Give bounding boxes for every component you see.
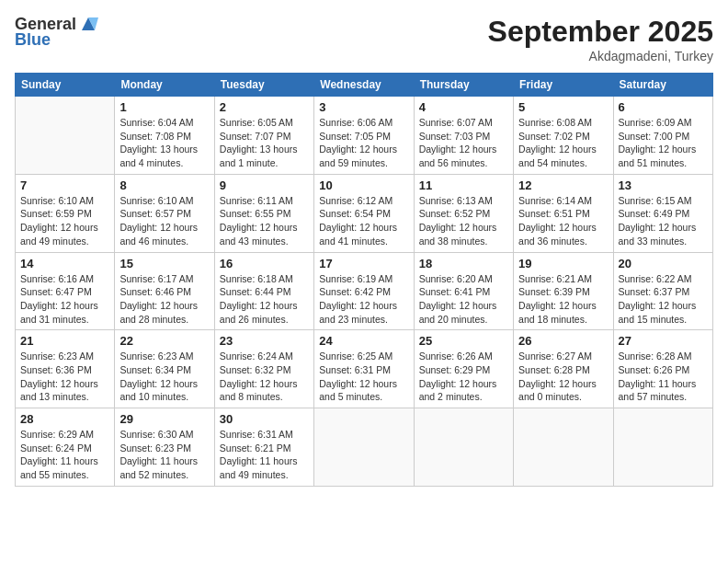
calendar-cell: 28Sunrise: 6:29 AMSunset: 6:24 PMDayligh… bbox=[16, 408, 115, 487]
calendar-cell bbox=[613, 408, 712, 487]
calendar-week-row: 14Sunrise: 6:16 AMSunset: 6:47 PMDayligh… bbox=[16, 252, 713, 330]
calendar-cell: 15Sunrise: 6:17 AMSunset: 6:46 PMDayligh… bbox=[115, 252, 214, 330]
calendar-week-row: 28Sunrise: 6:29 AMSunset: 6:24 PMDayligh… bbox=[16, 408, 713, 487]
day-info: Sunrise: 6:05 AMSunset: 7:07 PMDaylight:… bbox=[220, 116, 309, 170]
calendar-week-row: 1Sunrise: 6:04 AMSunset: 7:08 PMDaylight… bbox=[16, 97, 713, 175]
day-number: 16 bbox=[220, 257, 309, 270]
day-info: Sunrise: 6:08 AMSunset: 7:02 PMDaylight:… bbox=[518, 116, 608, 170]
calendar-cell: 8Sunrise: 6:10 AMSunset: 6:57 PMDaylight… bbox=[115, 174, 214, 252]
calendar-cell: 29Sunrise: 6:30 AMSunset: 6:23 PMDayligh… bbox=[115, 408, 214, 487]
day-info: Sunrise: 6:21 AMSunset: 6:39 PMDaylight:… bbox=[518, 272, 608, 327]
calendar-cell: 27Sunrise: 6:28 AMSunset: 6:26 PMDayligh… bbox=[613, 330, 712, 408]
day-number: 2 bbox=[220, 100, 309, 114]
day-number: 20 bbox=[619, 257, 708, 270]
calendar-cell: 30Sunrise: 6:31 AMSunset: 6:21 PMDayligh… bbox=[214, 408, 313, 487]
calendar-cell: 14Sunrise: 6:16 AMSunset: 6:47 PMDayligh… bbox=[16, 252, 115, 330]
day-number: 28 bbox=[20, 412, 109, 426]
weekday-header-sunday: Sunday bbox=[16, 74, 115, 97]
day-info: Sunrise: 6:25 AMSunset: 6:31 PMDaylight:… bbox=[319, 350, 408, 404]
day-number: 22 bbox=[119, 334, 209, 348]
day-info: Sunrise: 6:09 AMSunset: 7:00 PMDaylight:… bbox=[619, 116, 708, 170]
day-number: 6 bbox=[619, 100, 708, 114]
weekday-header-thursday: Thursday bbox=[414, 74, 513, 97]
weekday-header-monday: Monday bbox=[115, 74, 214, 97]
title-block: September 2025 Akdagmadeni, Turkey bbox=[488, 15, 713, 63]
calendar-week-row: 21Sunrise: 6:23 AMSunset: 6:36 PMDayligh… bbox=[16, 330, 713, 408]
day-number: 15 bbox=[119, 257, 209, 270]
calendar-cell: 23Sunrise: 6:24 AMSunset: 6:32 PMDayligh… bbox=[214, 330, 313, 408]
calendar-cell: 5Sunrise: 6:08 AMSunset: 7:02 PMDaylight… bbox=[514, 97, 613, 175]
day-info: Sunrise: 6:27 AMSunset: 6:28 PMDaylight:… bbox=[518, 350, 608, 404]
day-info: Sunrise: 6:16 AMSunset: 6:47 PMDaylight:… bbox=[20, 272, 109, 327]
day-number: 3 bbox=[319, 100, 408, 114]
calendar-cell: 20Sunrise: 6:22 AMSunset: 6:37 PMDayligh… bbox=[613, 252, 712, 330]
day-info: Sunrise: 6:10 AMSunset: 6:57 PMDaylight:… bbox=[119, 194, 209, 248]
weekday-header-wednesday: Wednesday bbox=[314, 74, 414, 97]
logo: General Blue bbox=[15, 15, 98, 50]
day-info: Sunrise: 6:13 AMSunset: 6:52 PMDaylight:… bbox=[419, 194, 508, 248]
day-info: Sunrise: 6:22 AMSunset: 6:37 PMDaylight:… bbox=[619, 272, 708, 327]
day-number: 13 bbox=[619, 178, 708, 192]
day-number: 25 bbox=[419, 334, 508, 348]
day-number: 17 bbox=[319, 257, 408, 270]
day-number: 23 bbox=[220, 334, 309, 348]
calendar-cell: 7Sunrise: 6:10 AMSunset: 6:59 PMDaylight… bbox=[16, 174, 115, 252]
calendar-cell: 24Sunrise: 6:25 AMSunset: 6:31 PMDayligh… bbox=[314, 330, 414, 408]
calendar-table: SundayMondayTuesdayWednesdayThursdayFrid… bbox=[15, 73, 713, 487]
logo-icon bbox=[78, 14, 98, 34]
calendar-cell: 19Sunrise: 6:21 AMSunset: 6:39 PMDayligh… bbox=[514, 252, 613, 330]
calendar-cell: 11Sunrise: 6:13 AMSunset: 6:52 PMDayligh… bbox=[414, 174, 513, 252]
calendar-cell: 26Sunrise: 6:27 AMSunset: 6:28 PMDayligh… bbox=[514, 330, 613, 408]
day-info: Sunrise: 6:07 AMSunset: 7:03 PMDaylight:… bbox=[419, 116, 508, 170]
day-info: Sunrise: 6:20 AMSunset: 6:41 PMDaylight:… bbox=[419, 272, 508, 327]
calendar-week-row: 7Sunrise: 6:10 AMSunset: 6:59 PMDaylight… bbox=[16, 174, 713, 252]
calendar-cell: 21Sunrise: 6:23 AMSunset: 6:36 PMDayligh… bbox=[16, 330, 115, 408]
day-number: 5 bbox=[518, 100, 608, 114]
day-info: Sunrise: 6:17 AMSunset: 6:46 PMDaylight:… bbox=[119, 272, 209, 327]
day-number: 8 bbox=[119, 178, 209, 192]
day-number: 18 bbox=[419, 257, 508, 270]
calendar-cell: 22Sunrise: 6:23 AMSunset: 6:34 PMDayligh… bbox=[115, 330, 214, 408]
day-info: Sunrise: 6:18 AMSunset: 6:44 PMDaylight:… bbox=[220, 272, 309, 327]
calendar-cell bbox=[514, 408, 613, 487]
day-number: 11 bbox=[419, 178, 508, 192]
weekday-header-row: SundayMondayTuesdayWednesdayThursdayFrid… bbox=[16, 74, 713, 97]
day-number: 27 bbox=[619, 334, 708, 348]
day-info: Sunrise: 6:14 AMSunset: 6:51 PMDaylight:… bbox=[518, 194, 608, 248]
weekday-header-tuesday: Tuesday bbox=[214, 74, 313, 97]
calendar-cell: 4Sunrise: 6:07 AMSunset: 7:03 PMDaylight… bbox=[414, 97, 513, 175]
day-info: Sunrise: 6:12 AMSunset: 6:54 PMDaylight:… bbox=[319, 194, 408, 248]
calendar-cell: 18Sunrise: 6:20 AMSunset: 6:41 PMDayligh… bbox=[414, 252, 513, 330]
day-info: Sunrise: 6:28 AMSunset: 6:26 PMDaylight:… bbox=[619, 350, 708, 404]
day-number: 7 bbox=[20, 178, 109, 192]
page-header: General Blue September 2025 Akdagmadeni,… bbox=[15, 15, 713, 63]
calendar-cell: 2Sunrise: 6:05 AMSunset: 7:07 PMDaylight… bbox=[214, 97, 313, 175]
weekday-header-saturday: Saturday bbox=[613, 74, 712, 97]
day-number: 4 bbox=[419, 100, 508, 114]
calendar-cell bbox=[16, 97, 115, 175]
calendar-cell bbox=[314, 408, 414, 487]
day-number: 26 bbox=[518, 334, 608, 348]
day-info: Sunrise: 6:24 AMSunset: 6:32 PMDaylight:… bbox=[220, 350, 309, 404]
location: Akdagmadeni, Turkey bbox=[488, 49, 713, 63]
day-number: 1 bbox=[119, 100, 209, 114]
day-info: Sunrise: 6:04 AMSunset: 7:08 PMDaylight:… bbox=[119, 116, 209, 170]
day-number: 10 bbox=[319, 178, 408, 192]
calendar-cell bbox=[414, 408, 513, 487]
day-number: 12 bbox=[518, 178, 608, 192]
day-info: Sunrise: 6:23 AMSunset: 6:36 PMDaylight:… bbox=[20, 350, 109, 404]
weekday-header-friday: Friday bbox=[514, 74, 613, 97]
day-number: 29 bbox=[119, 412, 209, 426]
day-number: 9 bbox=[220, 178, 309, 192]
day-info: Sunrise: 6:29 AMSunset: 6:24 PMDaylight:… bbox=[20, 428, 109, 482]
day-number: 24 bbox=[319, 334, 408, 348]
day-number: 19 bbox=[518, 257, 608, 270]
calendar-cell: 16Sunrise: 6:18 AMSunset: 6:44 PMDayligh… bbox=[214, 252, 313, 330]
calendar-cell: 12Sunrise: 6:14 AMSunset: 6:51 PMDayligh… bbox=[514, 174, 613, 252]
calendar-cell: 25Sunrise: 6:26 AMSunset: 6:29 PMDayligh… bbox=[414, 330, 513, 408]
day-info: Sunrise: 6:26 AMSunset: 6:29 PMDaylight:… bbox=[419, 350, 508, 404]
calendar-cell: 10Sunrise: 6:12 AMSunset: 6:54 PMDayligh… bbox=[314, 174, 414, 252]
day-number: 30 bbox=[220, 412, 309, 426]
day-info: Sunrise: 6:23 AMSunset: 6:34 PMDaylight:… bbox=[119, 350, 209, 404]
day-number: 21 bbox=[20, 334, 109, 348]
